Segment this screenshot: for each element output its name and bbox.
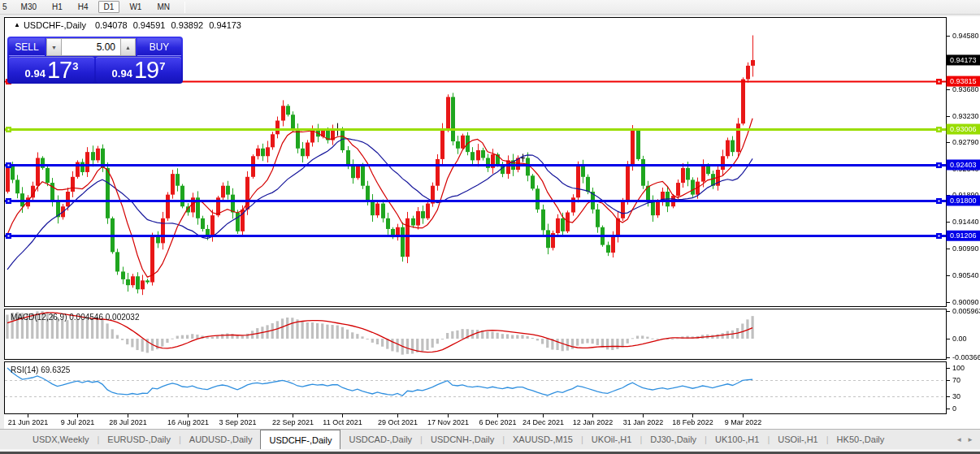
tab-usdx-weekly[interactable]: USDX,Weekly — [24, 430, 97, 449]
timeframe-d1-button[interactable]: D1 — [98, 1, 120, 13]
volume-stepper: ▼ ▲ — [46, 38, 136, 56]
chart-symbol-label: USDCHF-,Daily — [24, 20, 86, 30]
timeframe-w1-button[interactable]: W1 — [124, 1, 147, 13]
tab-scroll-arrows: ◄ ► — [949, 430, 980, 449]
ohlc-high: 0.94591 — [133, 20, 166, 30]
sell-price-button[interactable]: 0.94 17 3 — [9, 57, 94, 83]
tab-scroll-left-icon[interactable]: ◄ — [956, 436, 962, 443]
tab-hk50-daily[interactable]: HK50-,Daily — [829, 430, 893, 449]
symbol-triangle-icon: ▲ — [14, 21, 20, 28]
buy-button[interactable]: BUY — [137, 38, 181, 56]
toolbar-separator — [184, 2, 185, 13]
tab-audusd-daily[interactable]: AUDUSD-,Daily — [181, 430, 261, 449]
timeframe-mn-button[interactable]: MN — [151, 1, 176, 13]
timeframe-toolbar: 5 M30 H1 H4 D1 W1 MN — [0, 0, 980, 15]
ohlc-open: 0.94078 — [95, 20, 128, 30]
ohlc-low: 0.93892 — [171, 20, 203, 30]
sell-button[interactable]: SELL — [9, 38, 45, 56]
ohlc-close: 0.94173 — [209, 20, 241, 30]
tab-bar-spacer — [0, 430, 24, 449]
timeframe-h4-button[interactable]: H4 — [72, 1, 94, 13]
buy-price-button[interactable]: 0.94 19 7 — [96, 57, 181, 83]
tab-usdchf-daily[interactable]: USDCHF-,Daily — [260, 430, 340, 449]
buy-price-point: 7 — [159, 60, 165, 72]
tab-usoil-h1[interactable]: USOil-,H1 — [770, 430, 826, 449]
buy-price-pips: 19 — [134, 58, 158, 82]
sell-price-point: 3 — [72, 60, 78, 72]
one-click-trade-panel: SELL ▼ ▲ BUY 0.94 17 3 0.94 19 7 — [7, 37, 183, 84]
buy-price-figure: 0.94 — [112, 66, 132, 82]
chart-title: ▲ USDCHF-,Daily 0.94078 0.94591 0.93892 … — [14, 20, 241, 30]
volume-decrease-icon[interactable]: ▼ — [46, 38, 62, 56]
tab-ukoil-h1[interactable]: UKOil-,H1 — [583, 430, 640, 449]
volume-input[interactable] — [62, 38, 120, 56]
timeframe-m5-button[interactable]: 5 — [0, 1, 13, 13]
timeframe-h1-button[interactable]: H1 — [46, 1, 68, 13]
tab-eurusd-daily[interactable]: EURUSD-,Daily — [99, 430, 179, 449]
tab-uk100-h1[interactable]: UK100-,H1 — [707, 430, 767, 449]
chart-window: ▲ USDCHF-,Daily 0.94078 0.94591 0.93892 … — [4, 16, 980, 429]
sell-price-pips: 17 — [47, 58, 72, 82]
tab-dj30-daily[interactable]: DJ30-,Daily — [642, 430, 705, 449]
sell-price-figure: 0.94 — [25, 66, 46, 82]
tab-xauusd-m15[interactable]: XAUUSD-,M15 — [505, 430, 581, 449]
symbol-tab-bar: USDX,Weekly| EURUSD-,Daily| AUDUSD-,Dail… — [0, 429, 980, 449]
timeframe-m30-button[interactable]: M30 — [15, 1, 42, 13]
mt4-chart-screen: 5 M30 H1 H4 D1 W1 MN ▲ USDCHF-,Daily 0.9… — [0, 0, 980, 454]
tab-usdcad-daily[interactable]: USDCAD-,Daily — [340, 430, 420, 449]
tab-usdcnh-daily[interactable]: USDCNH-,Daily — [423, 430, 502, 449]
tab-scroll-right-icon[interactable]: ► — [967, 436, 973, 443]
volume-increase-icon[interactable]: ▲ — [120, 38, 136, 56]
